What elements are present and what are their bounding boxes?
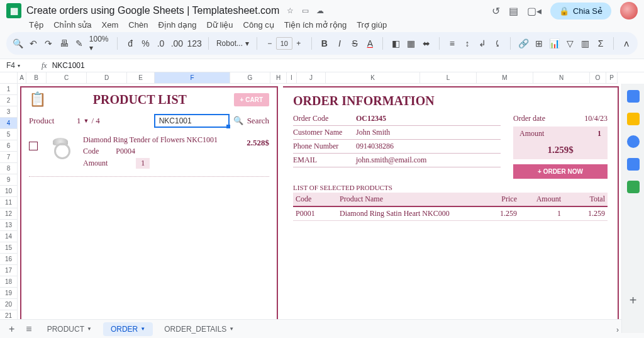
- order-now-button[interactable]: + ORDER NOW: [513, 164, 608, 179]
- borders-icon[interactable]: ▦: [406, 37, 416, 50]
- decrease-decimal-icon[interactable]: .0: [155, 37, 165, 50]
- fontsize-plus[interactable]: +: [294, 39, 304, 48]
- calendar-icon[interactable]: [627, 90, 640, 103]
- undo-icon[interactable]: ↶: [28, 37, 38, 50]
- menu-tools[interactable]: Công cụ: [243, 20, 274, 30]
- scroll-right-icon[interactable]: ›: [616, 325, 619, 334]
- email[interactable]: john.smith@email.com: [356, 155, 426, 165]
- email-label: EMAIL: [293, 155, 356, 165]
- valign-icon[interactable]: ↕: [462, 37, 472, 50]
- all-sheets-icon[interactable]: ≡: [22, 324, 35, 335]
- column-headers[interactable]: ABCDEFGHIJKLMNOP: [18, 72, 621, 84]
- italic-icon[interactable]: I: [335, 37, 345, 50]
- add-addon-icon[interactable]: +: [630, 293, 637, 308]
- functions-icon[interactable]: Σ: [596, 37, 606, 50]
- title-icons: ☆ ▭ ☁: [286, 6, 325, 15]
- menu-extensions[interactable]: Tiện ích mở rộng: [284, 20, 347, 30]
- phone-label: Phone Number: [293, 142, 356, 151]
- share-button[interactable]: 🔒 Chia Sẻ: [550, 3, 611, 20]
- sheet-body[interactable]: 📋 PRODUCT LIST + CART Product 1 ▼ / 4 NK…: [18, 84, 621, 333]
- chevron-down-icon[interactable]: ▼: [140, 326, 145, 332]
- meet-icon[interactable]: ▢◂: [527, 5, 541, 17]
- divider: [29, 176, 269, 177]
- product-code: P0004: [116, 147, 135, 155]
- toolbar-up-icon[interactable]: ʌ: [621, 37, 631, 50]
- font-select[interactable]: Robot... ▾: [216, 39, 249, 48]
- cloud-icon[interactable]: ☁: [316, 6, 325, 15]
- hdr-price: Price: [475, 193, 519, 206]
- order-date: 10/4/23: [584, 114, 608, 123]
- zoom-select[interactable]: 100% ▾: [89, 35, 109, 52]
- menu-edit[interactable]: Chỉnh sửa: [53, 20, 91, 30]
- tab-order-details[interactable]: ORDER_DETAILS▼: [157, 322, 242, 336]
- menu-insert[interactable]: Chèn: [128, 20, 148, 30]
- menu-file[interactable]: Tệp: [29, 20, 43, 30]
- add-cart-button[interactable]: + CART: [234, 93, 269, 106]
- link-icon[interactable]: 🔗: [518, 37, 529, 50]
- wrap-icon[interactable]: ↲: [477, 37, 487, 50]
- name-box[interactable]: F4▾: [6, 61, 36, 70]
- history-icon[interactable]: ↺: [492, 5, 500, 17]
- sheets-logo-icon[interactable]: ▦: [6, 3, 21, 18]
- row-headers[interactable]: 12345678910111213141516171819202122: [0, 84, 18, 333]
- hdr-name: Product Name: [337, 193, 475, 206]
- print-icon[interactable]: 🖶: [58, 37, 69, 50]
- add-sheet-icon[interactable]: +: [5, 324, 18, 335]
- menu-bar: Tệp Chỉnh sửa Xem Chèn Định dạng Dữ liệu…: [0, 19, 644, 32]
- fill-color-icon[interactable]: ◧: [391, 37, 401, 50]
- percent-icon[interactable]: %: [140, 37, 150, 50]
- comment-icon[interactable]: ▤: [509, 5, 518, 17]
- menu-data[interactable]: Dữ liệu: [207, 20, 233, 30]
- doc-title[interactable]: Create orders using Google Sheets | Temp…: [26, 5, 279, 16]
- product-checkbox[interactable]: [29, 142, 38, 150]
- move-icon[interactable]: ▭: [301, 6, 309, 15]
- insert-comment-icon[interactable]: ⊞: [534, 37, 544, 50]
- halign-icon[interactable]: ≡: [447, 37, 457, 50]
- star-icon[interactable]: ☆: [286, 6, 294, 15]
- currency-icon[interactable]: đ: [125, 37, 135, 50]
- maps-icon[interactable]: [627, 181, 640, 193]
- share-label: Chia Sẻ: [573, 6, 602, 16]
- rotate-icon[interactable]: ⤹: [492, 37, 502, 50]
- increase-decimal-icon[interactable]: .00: [171, 37, 183, 50]
- phone-number[interactable]: 0914038286: [356, 142, 394, 151]
- chevron-down-icon[interactable]: ▼: [84, 118, 89, 124]
- search-cell-selected[interactable]: NKC1001: [154, 114, 230, 128]
- order-amount: 1: [597, 129, 601, 138]
- selected-products-header: Code Product Name Price Amount Total: [293, 193, 608, 207]
- menu-format[interactable]: Định dạng: [158, 20, 196, 30]
- chevron-down-icon[interactable]: ▼: [87, 326, 92, 332]
- row-price: 1.259: [475, 207, 519, 220]
- product-amount[interactable]: 1: [136, 158, 150, 169]
- pager[interactable]: 1 ▼ / 4: [77, 116, 100, 126]
- formula-input[interactable]: NKC1001: [52, 61, 85, 70]
- customer-name[interactable]: John Smith: [356, 128, 390, 137]
- chevron-down-icon[interactable]: ▼: [229, 326, 234, 332]
- order-total: 1.259$: [513, 141, 608, 159]
- tab-product[interactable]: PRODUCT▼: [40, 322, 99, 336]
- number-format-icon[interactable]: 123: [188, 37, 201, 50]
- account-avatar[interactable]: [620, 2, 638, 20]
- paint-format-icon[interactable]: ✎: [74, 37, 84, 50]
- bold-icon[interactable]: B: [319, 37, 330, 50]
- filter-icon[interactable]: ▽: [565, 37, 575, 50]
- filter-views-icon[interactable]: ▥: [580, 37, 591, 50]
- keep-icon[interactable]: [627, 113, 640, 125]
- text-color-icon[interactable]: A: [365, 37, 375, 50]
- fontsize-input[interactable]: 10: [276, 37, 292, 50]
- fontsize-minus[interactable]: −: [265, 39, 275, 48]
- order-code-label: Order Code: [293, 114, 356, 123]
- hdr-code: Code: [293, 193, 337, 206]
- menu-help[interactable]: Trợ giúp: [357, 20, 387, 30]
- redo-icon[interactable]: ↷: [43, 37, 53, 50]
- search-menus-icon[interactable]: 🔍: [13, 37, 23, 50]
- search-icon[interactable]: 🔍: [233, 116, 243, 126]
- chart-icon[interactable]: 📊: [549, 37, 560, 50]
- contacts-icon[interactable]: [627, 158, 640, 171]
- tab-order[interactable]: ORDER▼: [103, 322, 153, 336]
- merge-icon[interactable]: ⬌: [421, 37, 431, 50]
- menu-view[interactable]: Xem: [102, 20, 119, 30]
- tasks-icon[interactable]: [627, 135, 640, 148]
- strike-icon[interactable]: S: [350, 37, 360, 50]
- select-all-corner[interactable]: [0, 72, 18, 84]
